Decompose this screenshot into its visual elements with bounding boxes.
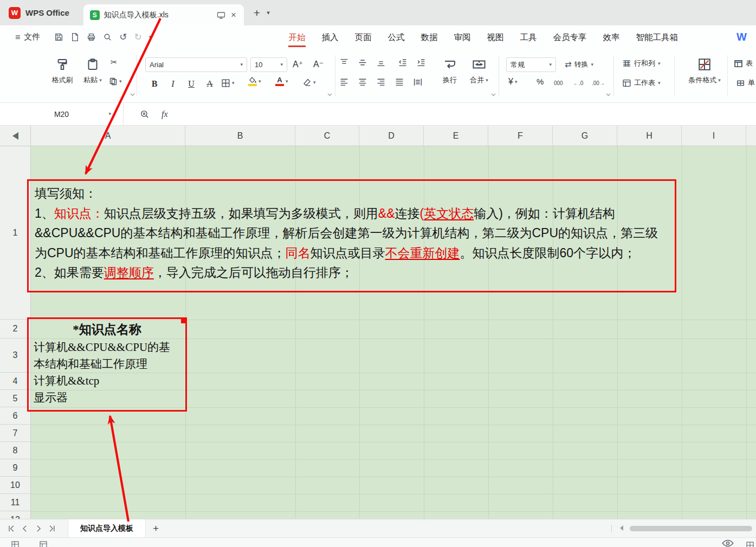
column-header[interactable]: A <box>31 126 185 146</box>
rows-cols-button[interactable]: 行和列 ▾ <box>622 58 661 68</box>
eye-icon[interactable] <box>722 539 734 547</box>
borders-button[interactable]: ▾ <box>221 79 235 88</box>
next-sheet-icon[interactable] <box>35 525 42 532</box>
merge-cells-button[interactable]: 合并▾ <box>464 57 494 85</box>
row-header[interactable]: 9 <box>0 459 30 477</box>
font-size-combo[interactable]: 10 ▾ <box>250 57 287 72</box>
save-icon[interactable] <box>54 32 63 42</box>
column-header[interactable]: I <box>682 126 746 146</box>
menu-tab[interactable]: 效率 <box>595 25 628 49</box>
clipboard-more-icon[interactable] <box>130 93 135 96</box>
column-header[interactable]: D <box>359 126 424 146</box>
qat-dropdown-icon[interactable]: ▾ <box>149 35 152 40</box>
worksheet-button[interactable]: 工作表 ▾ <box>622 78 661 88</box>
menu-tab[interactable]: 插入 <box>313 25 346 49</box>
font-name-combo[interactable]: Arial ▾ <box>145 57 247 72</box>
italic-button[interactable]: I <box>166 77 180 91</box>
increase-decimal-button[interactable]: .00→ <box>592 80 605 86</box>
print-preview-icon[interactable] <box>103 32 112 42</box>
close-tab-icon[interactable]: × <box>230 10 237 21</box>
increase-indent-button[interactable] <box>416 58 426 67</box>
currency-button[interactable]: ¥ ▾ <box>508 77 517 87</box>
menu-tab[interactable]: 工具 <box>512 25 545 49</box>
last-sheet-icon[interactable] <box>48 525 56 532</box>
column-header[interactable]: G <box>553 126 617 146</box>
cell-name-box[interactable]: M20 ▾ <box>0 103 124 125</box>
percent-button[interactable]: % <box>537 77 544 86</box>
table-style-button[interactable]: 表 <box>734 58 753 68</box>
row-header[interactable]: 11 <box>0 494 30 511</box>
font-more-icon[interactable] <box>327 93 332 96</box>
menu-tab[interactable]: 开始 <box>280 25 313 49</box>
first-sheet-icon[interactable] <box>8 525 15 532</box>
row-header[interactable]: 1 <box>0 146 30 320</box>
cut-button[interactable]: ✂ <box>111 57 118 67</box>
copy-button[interactable]: ▾ <box>109 77 122 86</box>
row-header[interactable]: 12 <box>0 511 30 519</box>
column-header[interactable]: B <box>185 126 295 146</box>
number-format-combo[interactable]: 常规 ▾ <box>506 57 556 72</box>
fill-color-button[interactable]: ▾ <box>248 77 261 86</box>
monitor-icon[interactable] <box>217 11 225 19</box>
underline-button[interactable]: U <box>184 77 198 91</box>
row-header[interactable]: 6 <box>0 407 30 425</box>
document-tab[interactable]: S 知识点导入模板.xls × <box>83 4 244 25</box>
alignment-more-icon[interactable] <box>491 93 496 96</box>
add-sheet-button[interactable]: + <box>153 523 159 535</box>
wps-ai-icon[interactable]: W <box>736 31 756 43</box>
app-brand[interactable]: W WPS Office <box>0 0 83 25</box>
menu-tab[interactable]: 公式 <box>379 25 412 49</box>
justify-button[interactable] <box>395 77 404 87</box>
column-header[interactable]: H <box>617 126 682 146</box>
number-more-icon[interactable] <box>606 93 611 96</box>
status-layout-icon[interactable] <box>39 541 48 547</box>
scroll-left-icon[interactable] <box>619 525 624 531</box>
row-header[interactable]: 4 <box>0 373 30 390</box>
align-center-button[interactable] <box>358 77 367 87</box>
thousands-button[interactable]: 000 <box>554 80 563 86</box>
clear-format-button[interactable]: ▾ <box>302 78 316 87</box>
menu-tab[interactable]: 数据 <box>412 25 445 49</box>
conditional-format-button[interactable]: 条件格式▾ <box>682 57 727 85</box>
row-header[interactable]: 5 <box>0 390 30 407</box>
view-grid-icon[interactable] <box>746 541 754 547</box>
shrink-font-button[interactable]: A⁻ <box>313 59 324 69</box>
redo-icon[interactable]: ↻ <box>134 32 142 42</box>
undo-icon[interactable]: ↺ <box>119 32 127 42</box>
decrease-decimal-button[interactable]: ←.0 <box>573 80 583 86</box>
export-pdf-icon[interactable] <box>70 32 80 42</box>
row-header[interactable]: 8 <box>0 442 30 459</box>
align-middle-button[interactable] <box>358 58 367 67</box>
status-grid-icon[interactable] <box>11 541 20 547</box>
column-header[interactable]: F <box>488 126 553 146</box>
new-tab-button[interactable]: + <box>254 6 260 19</box>
row-header[interactable]: 2 <box>0 320 30 338</box>
sheet-tab-active[interactable]: 知识点导入模板 <box>68 519 146 537</box>
tab-list-dropdown-icon[interactable]: ▾ <box>267 9 270 16</box>
column-header[interactable]: C <box>295 126 359 146</box>
horizontal-scrollbar-thumb[interactable] <box>630 526 752 531</box>
align-left-button[interactable] <box>339 77 349 87</box>
row-header[interactable]: 10 <box>0 477 30 494</box>
previous-sheet-icon[interactable] <box>21 525 29 532</box>
cell-options-button[interactable]: 单 <box>736 78 755 88</box>
font-color-button[interactable]: A ▾ <box>275 77 288 86</box>
row-header[interactable]: 3 <box>0 338 30 373</box>
grow-font-button[interactable]: A⁺ <box>293 59 303 69</box>
formula-input[interactable] <box>168 103 756 125</box>
bold-button[interactable]: B <box>147 77 161 91</box>
row-header[interactable]: 7 <box>0 425 30 442</box>
distribute-button[interactable] <box>413 77 423 87</box>
select-all-corner[interactable] <box>0 126 31 146</box>
align-top-button[interactable] <box>339 58 349 67</box>
convert-button[interactable]: ⇄ 转换 ▾ <box>565 60 593 69</box>
align-bottom-button[interactable] <box>376 58 386 67</box>
insert-function-icon[interactable]: fx <box>161 109 168 119</box>
column-header[interactable]: E <box>424 126 488 146</box>
paste-button[interactable]: 粘贴▾ <box>78 57 107 85</box>
menu-tab[interactable]: 审阅 <box>445 25 479 49</box>
print-icon[interactable] <box>87 32 96 42</box>
menu-tab[interactable]: 智能工具箱 <box>628 25 686 49</box>
strikethrough-button[interactable]: A <box>203 77 217 91</box>
find-function-icon[interactable] <box>140 109 150 119</box>
